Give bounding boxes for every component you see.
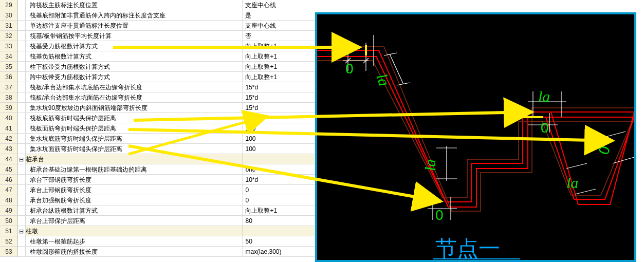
tree-spacer (18, 21, 26, 31)
setting-value[interactable]: 10*d (243, 175, 315, 185)
setting-value[interactable]: 0 (243, 185, 315, 195)
setting-label: 集水坑90度放坡边内斜面钢筋端部弯折长度 (26, 103, 244, 113)
cad-title: 节点一 (435, 237, 500, 260)
table-row[interactable]: 38筏板/承台边部集水坑面筋在边缘弯折长度15*d (0, 92, 315, 103)
row-number: 42 (0, 134, 18, 144)
tree-spacer (18, 175, 26, 185)
setting-label: 单边标注支座非贯通筋标注长度位置 (26, 21, 244, 31)
collapse-icon[interactable]: ⊟ (18, 154, 26, 164)
setting-value[interactable]: 是 (243, 10, 315, 21)
setting-value[interactable]: max(lae,300) (243, 247, 315, 257)
setting-value[interactable]: 100 (243, 113, 315, 123)
setting-value[interactable]: 否 (243, 31, 315, 41)
setting-label: 柱墩第一根箍筋起步 (26, 236, 244, 247)
table-row[interactable]: 37筏板/承台边部集水坑底筋在边缘弯折长度15*d (0, 82, 315, 92)
row-number: 38 (0, 92, 18, 103)
setting-value[interactable]: 向上取整+1 (243, 62, 315, 72)
setting-label: 集水坑面筋弯折时端头保护层距离 (26, 144, 244, 154)
setting-value[interactable]: 向上取整+1 (243, 205, 315, 216)
table-group-row[interactable]: 51⊟柱墩 (0, 226, 315, 236)
row-number: 41 (0, 123, 18, 134)
table-row[interactable]: 34筏基负筋根数计算方式向上取整+1 (0, 51, 315, 62)
tree-spacer (18, 236, 26, 247)
tree-spacer (18, 92, 26, 103)
table-row[interactable]: 41筏板面筋弯折时端头保护层距离100 (0, 123, 315, 134)
setting-value[interactable]: 向上取整+1 (243, 41, 315, 51)
row-number: 52 (0, 236, 18, 247)
row-number: 36 (0, 72, 18, 82)
table-row[interactable]: 42集水坑底筋弯折时端头保护层距离100 (0, 134, 315, 144)
svg-line-22 (602, 132, 625, 138)
setting-label: 筏基负筋根数计算方式 (26, 51, 244, 62)
row-number: 39 (0, 103, 18, 113)
table-row[interactable]: 33筏基受力筋根数计算方式向上取整+1 (0, 41, 315, 51)
table-row[interactable]: 49桩承台纵筋根数计算方式向上取整+1 (0, 205, 315, 216)
tree-spacer (18, 247, 26, 257)
table-group-row[interactable]: 44⊟桩承台 (0, 154, 315, 164)
tree-spacer (18, 185, 26, 195)
setting-value[interactable]: 向上取整+1 (243, 51, 315, 62)
setting-value[interactable]: 支座中心线 (243, 0, 315, 10)
table-row[interactable]: 46承台下部钢筋弯折长度10*d (0, 175, 315, 185)
tree-spacer (18, 134, 26, 144)
collapse-icon[interactable]: ⊟ (18, 226, 26, 236)
tree-spacer (18, 205, 26, 216)
row-number: 34 (0, 51, 18, 62)
setting-label: 筏基/板带钢筋按平均长度计算 (26, 31, 244, 41)
setting-label: 承台下部钢筋弯折长度 (26, 175, 244, 185)
svg-line-20 (566, 163, 587, 169)
table-row[interactable]: 45桩承台基础边缘第一根钢筋距基础边的距离bhc (0, 164, 315, 175)
setting-value[interactable]: 100 (243, 123, 315, 134)
table-row[interactable]: 52柱墩第一根箍筋起步50 (0, 236, 315, 247)
tree-spacer (18, 82, 26, 92)
setting-value[interactable]: 向上取整+1 (243, 72, 315, 82)
setting-value[interactable]: bhc (243, 164, 315, 175)
label-la-r2: la (566, 174, 578, 191)
table-row[interactable]: 31单边标注支座非贯通筋标注长度位置支座中心线 (0, 21, 315, 31)
setting-value[interactable]: 15*d (243, 103, 315, 113)
setting-value (243, 154, 315, 164)
row-number: 53 (0, 247, 18, 257)
table-row[interactable]: 36跨中板带受力筋根数计算方式向上取整+1 (0, 72, 315, 82)
tree-spacer (18, 113, 26, 123)
setting-value (243, 226, 315, 236)
setting-value[interactable]: 支座中心线 (243, 21, 315, 31)
row-number: 50 (0, 216, 18, 226)
setting-label: 筏板面筋弯折时端头保护层距离 (26, 123, 244, 134)
setting-value[interactable]: 80 (243, 216, 315, 226)
table-row[interactable]: 32筏基/板带钢筋按平均长度计算否 (0, 31, 315, 41)
table-row[interactable]: 53柱墩圆形箍筋的搭接长度max(lae,300) (0, 247, 315, 257)
setting-value[interactable]: 50 (243, 236, 315, 247)
setting-value[interactable]: 15*d (243, 82, 315, 92)
table-row[interactable]: 35柱下板带受力筋根数计算方式向上取整+1 (0, 62, 315, 72)
row-number: 45 (0, 164, 18, 175)
tree-spacer (18, 216, 26, 226)
row-number: 33 (0, 41, 18, 51)
row-number: 29 (0, 0, 18, 10)
setting-value[interactable]: 100 (243, 144, 315, 154)
table-row[interactable]: 47承台上部钢筋弯折长度0 (0, 185, 315, 195)
setting-label: 承台上部钢筋弯折长度 (26, 185, 244, 195)
table-row[interactable]: 43集水坑面筋弯折时端头保护层距离100 (0, 144, 315, 154)
setting-value[interactable]: 0 (243, 195, 315, 205)
row-number: 30 (0, 10, 18, 21)
row-number: 40 (0, 113, 18, 123)
setting-label: 筏板/承台边部集水坑底筋在边缘弯折长度 (26, 82, 244, 92)
table-row[interactable]: 29跨筏板主筋标注长度位置支座中心线 (0, 0, 315, 10)
stage: 29跨筏板主筋标注长度位置支座中心线30筏基底部附加非贯通筋伸入跨内的标注长度含… (0, 0, 644, 262)
setting-label: 筏基受力筋根数计算方式 (26, 41, 244, 51)
setting-value[interactable]: 15*d (243, 92, 315, 103)
table-row[interactable]: 50承台上部保护层距离80 (0, 216, 315, 226)
tree-spacer (18, 51, 26, 62)
row-number: 31 (0, 21, 18, 31)
table-row[interactable]: 39集水坑90度放坡边内斜面钢筋端部弯折长度15*d (0, 103, 315, 113)
table-row[interactable]: 40筏板底筋弯折时端头保护层距离100 (0, 113, 315, 123)
setting-value[interactable]: 100 (243, 134, 315, 144)
cad-viewport[interactable]: 0 la la 0 la 0 la 0 节点一 (315, 12, 636, 262)
table-row[interactable]: 30筏基底部附加非贯通筋伸入跨内的标注长度含支座是 (0, 10, 315, 21)
settings-table[interactable]: 29跨筏板主筋标注长度位置支座中心线30筏基底部附加非贯通筋伸入跨内的标注长度含… (0, 0, 315, 257)
table-row[interactable]: 48承台加强钢筋弯折长度0 (0, 195, 315, 205)
row-number: 47 (0, 185, 18, 195)
tree-spacer (18, 123, 26, 134)
setting-label: 柱下板带受力筋根数计算方式 (26, 62, 244, 72)
